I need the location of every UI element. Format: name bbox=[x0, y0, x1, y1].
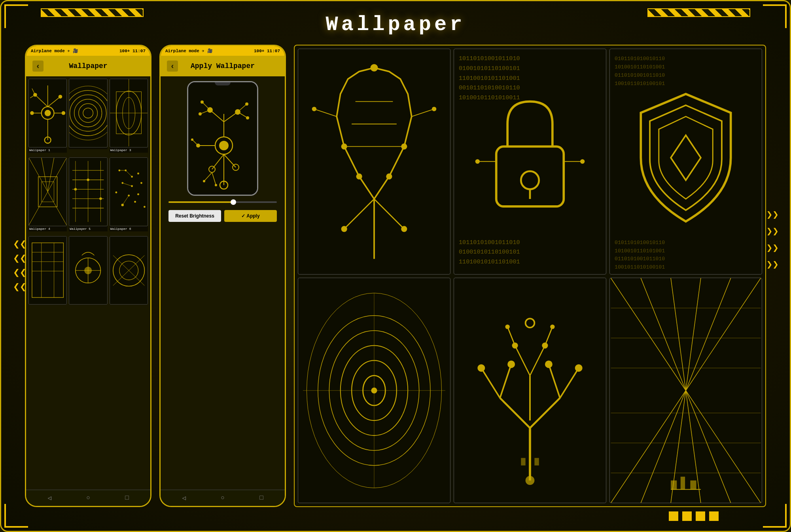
yellow-squares bbox=[669, 511, 719, 521]
bracket-tr bbox=[763, 4, 787, 28]
wallpaper-thumb-1[interactable]: Wallpaper 1 bbox=[28, 79, 67, 153]
top-stripe-left bbox=[41, 8, 144, 17]
phone1-back-button[interactable]: ‹ bbox=[32, 61, 44, 72]
gallery-panel: 10110101001011010 01001010110100101 1101… bbox=[294, 45, 766, 507]
svg-point-144 bbox=[475, 159, 480, 164]
svg-point-63 bbox=[144, 206, 146, 208]
phone-apply-wallpaper: Airplane mode ✈ 🎥 100+ 11:07 ‹ Apply Wal… bbox=[159, 45, 286, 507]
phone2-bottom-nav: ◁ ○ □ bbox=[161, 490, 285, 506]
svg-point-188 bbox=[526, 476, 535, 485]
phone1-header-title: Wallpaper bbox=[48, 62, 128, 70]
gallery-item-4[interactable] bbox=[298, 278, 450, 504]
wallpaper-img-3 bbox=[110, 79, 148, 148]
svg-point-108 bbox=[215, 184, 217, 186]
chevron-right-2: ❯❯ bbox=[766, 225, 779, 238]
apply-wallpaper-button[interactable]: ✓ Apply bbox=[224, 210, 277, 222]
svg-point-94 bbox=[199, 112, 202, 115]
svg-point-124 bbox=[312, 107, 316, 111]
svg-point-107 bbox=[203, 180, 205, 182]
svg-point-179 bbox=[575, 364, 583, 371]
svg-point-10 bbox=[59, 95, 62, 99]
svg-point-178 bbox=[507, 360, 515, 368]
svg-text:11010010101101001: 11010010101101001 bbox=[459, 258, 520, 265]
svg-point-54 bbox=[137, 172, 139, 174]
svg-text:0110101001011010: 0110101001011010 bbox=[615, 256, 665, 262]
chevron-right-1: ❯❯ bbox=[766, 208, 779, 221]
svg-point-58 bbox=[115, 191, 117, 193]
wallpaper-label-2 bbox=[69, 148, 107, 149]
svg-point-11 bbox=[30, 111, 34, 115]
content-area: Airplane mode ✈ 🎥 100+ 11:07 ‹ Wallpaper bbox=[25, 45, 766, 507]
svg-point-186 bbox=[505, 324, 509, 329]
gallery-item-5[interactable] bbox=[454, 278, 606, 504]
svg-point-129 bbox=[401, 226, 407, 232]
gallery-item-1[interactable] bbox=[298, 49, 450, 275]
gallery-item-3[interactable]: 0101101010010110 1010010110101001 011010… bbox=[609, 49, 762, 275]
wallpaper-thumb-7[interactable] bbox=[28, 236, 67, 305]
svg-rect-211 bbox=[681, 477, 685, 489]
wallpaper-preview-frame bbox=[187, 81, 258, 196]
wallpaper-thumb-8[interactable] bbox=[69, 236, 107, 305]
chevron-left-2: ❮❮ bbox=[13, 254, 26, 265]
svg-rect-68 bbox=[29, 237, 66, 304]
phone2-status-left: Airplane mode ✈ 🎥 bbox=[165, 48, 213, 53]
svg-point-77 bbox=[84, 267, 92, 274]
bracket-tl bbox=[4, 4, 28, 28]
action-buttons: Reset Brightness ✓ Apply bbox=[165, 208, 280, 223]
gallery-item-6[interactable] bbox=[609, 278, 762, 504]
svg-point-60 bbox=[137, 193, 139, 195]
wallpaper-img-2 bbox=[69, 79, 107, 148]
svg-point-115 bbox=[356, 174, 362, 180]
svg-text:01001010110100101: 01001010110100101 bbox=[459, 65, 520, 72]
svg-text:1001011010100101: 1001011010100101 bbox=[615, 81, 665, 87]
wallpaper-label-6: Wallpaper 6 bbox=[110, 226, 148, 231]
wallpaper-label-1: Wallpaper 1 bbox=[28, 148, 67, 153]
wallpaper-img-8 bbox=[69, 236, 107, 305]
phone1-status-bar: Airplane mode ✈ 🎥 100+ 11:07 bbox=[26, 46, 150, 56]
phone2-back-button[interactable]: ‹ bbox=[167, 61, 178, 72]
wallpaper-label-3: Wallpaper 3 bbox=[110, 148, 148, 153]
wallpaper-thumb-5[interactable]: Wallpaper 5 bbox=[69, 157, 107, 231]
wallpaper-thumb-3[interactable]: Wallpaper 3 bbox=[110, 79, 148, 153]
chevron-right-3: ❯❯ bbox=[766, 242, 779, 254]
svg-text:01001010110100101: 01001010110100101 bbox=[459, 248, 520, 256]
svg-rect-78 bbox=[110, 237, 148, 304]
wallpaper-thumb-9[interactable] bbox=[110, 236, 148, 305]
svg-rect-50 bbox=[110, 158, 148, 225]
phone2-home-nav-icon: ○ bbox=[221, 494, 225, 502]
wallpaper-label-5: Wallpaper 5 bbox=[69, 226, 107, 231]
brightness-thumb[interactable] bbox=[231, 199, 236, 205]
svg-point-2 bbox=[45, 110, 51, 116]
preview-notch bbox=[215, 82, 231, 85]
wallpaper-img-6 bbox=[110, 157, 148, 226]
svg-rect-16 bbox=[69, 79, 107, 146]
svg-point-98 bbox=[246, 116, 249, 119]
svg-point-112 bbox=[191, 138, 193, 141]
page-title: Wallpaper bbox=[326, 13, 466, 36]
svg-point-85 bbox=[219, 141, 229, 150]
phone-wallpaper-list: Airplane mode ✈ 🎥 100+ 11:07 ‹ Wallpaper bbox=[25, 45, 151, 507]
phone2-recent-nav-icon: □ bbox=[259, 494, 263, 502]
svg-text:10100101101010011: 10100101101010011 bbox=[459, 94, 520, 101]
wallpaper-label-4: Wallpaper 4 bbox=[28, 226, 67, 231]
wallpaper-grid-container: Wallpaper 1 bbox=[26, 76, 150, 490]
svg-text:0110101001011010: 0110101001011010 bbox=[615, 72, 665, 78]
brightness-slider-area[interactable] bbox=[165, 200, 280, 204]
brightness-fill bbox=[168, 201, 233, 203]
wallpaper-grid-row1: Wallpaper 1 bbox=[26, 76, 150, 155]
yellow-sq-3 bbox=[696, 511, 705, 521]
wallpaper-thumb-2[interactable] bbox=[69, 79, 107, 153]
svg-point-145 bbox=[580, 159, 585, 164]
svg-point-47 bbox=[74, 188, 77, 190]
svg-rect-189 bbox=[521, 458, 525, 465]
yellow-sq-4 bbox=[709, 511, 719, 521]
wallpaper-grid-row3 bbox=[26, 234, 150, 307]
wallpaper-thumb-4[interactable]: Wallpaper 4 bbox=[28, 157, 67, 231]
svg-rect-83 bbox=[188, 82, 258, 196]
reset-brightness-button[interactable]: Reset Brightness bbox=[168, 210, 221, 222]
phone1-back-nav-icon: ◁ bbox=[47, 494, 51, 502]
svg-text:00101101010010110: 00101101010010110 bbox=[459, 84, 520, 91]
gallery-item-2[interactable]: 10110101001011010 01001010110100101 1101… bbox=[454, 49, 606, 275]
wallpaper-thumb-6[interactable]: Wallpaper 6 bbox=[110, 157, 148, 231]
svg-point-55 bbox=[121, 182, 123, 184]
